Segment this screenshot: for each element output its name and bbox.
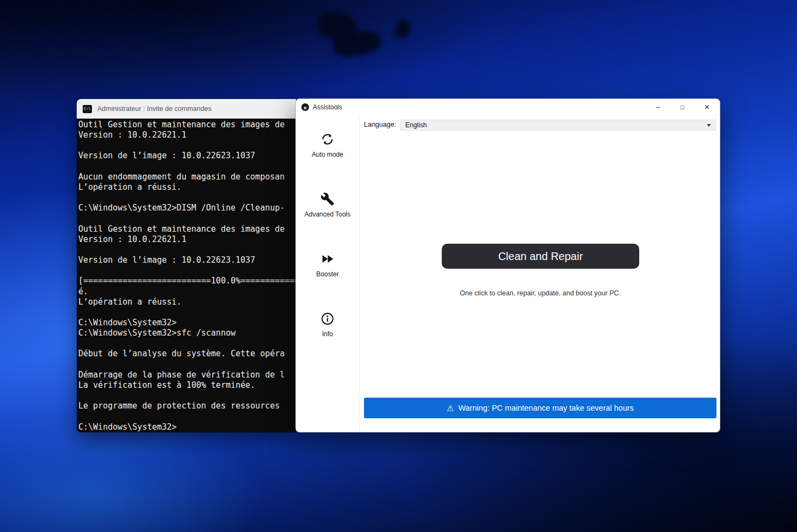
- sidebar-item-label: Advanced Tools: [305, 211, 351, 218]
- console-line: C:\Windows\System32>DISM /Online /Cleanu…: [78, 203, 296, 213]
- console-line: Outil Gestion et maintenance des images …: [78, 224, 296, 234]
- sidebar-item-info[interactable]: Info: [320, 312, 335, 338]
- console-line: [==========================100.0%=======…: [78, 276, 296, 286]
- console-line: [78, 411, 296, 422]
- assistools-logo-icon: e: [301, 103, 309, 111]
- console-line: é.: [78, 287, 296, 297]
- console-line: [78, 245, 296, 255]
- warning-icon: ⚠: [447, 404, 454, 412]
- language-value: English: [405, 121, 427, 129]
- sidebar-item-label: Info: [322, 330, 333, 338]
- sidebar-item-label: Auto mode: [312, 151, 343, 158]
- cmd-titlebar[interactable]: C:\ Administrateur : Invite de commandes: [77, 99, 296, 119]
- info-icon: [320, 312, 335, 326]
- console-line: [78, 307, 296, 318]
- console-line: [78, 360, 296, 370]
- wallpaper-mark: [392, 18, 412, 40]
- console-line: Le programme de protection des ressource…: [78, 401, 296, 411]
- close-button[interactable]: ✕: [695, 99, 719, 115]
- minimize-button[interactable]: –: [646, 99, 670, 115]
- cmd-window-title: Administrateur : Invite de commandes: [97, 105, 212, 113]
- sidebar-item-booster[interactable]: Booster: [316, 252, 338, 278]
- sync-icon: [320, 132, 335, 146]
- console-line: [78, 162, 296, 172]
- wrench-icon: [320, 192, 335, 206]
- console-line: [78, 391, 296, 401]
- language-dropdown[interactable]: English: [400, 120, 716, 131]
- assistools-window: e Assistools – □ ✕ Language: English: [295, 98, 720, 432]
- warning-text: Warning: PC maintenance may take several…: [458, 404, 634, 412]
- console-line: La vérification est à 100% terminée.: [78, 380, 296, 391]
- maximize-button[interactable]: □: [670, 99, 695, 115]
- console-output[interactable]: Outil Gestion et maintenance des images …: [77, 119, 296, 432]
- cmd-icon: C:\: [83, 105, 92, 113]
- console-line: [78, 193, 296, 203]
- language-label: Language:: [364, 121, 396, 128]
- console-line: Début de l’analyse du système. Cette opé…: [78, 349, 296, 359]
- cmd-window: C:\ Administrateur : Invite de commandes…: [77, 99, 296, 432]
- fast-forward-icon: [320, 252, 335, 266]
- sidebar-item-label: Booster: [316, 270, 338, 278]
- console-line: C:\Windows\System32>: [78, 422, 296, 432]
- sidebar: Auto mode Advanced Tools Booster: [296, 115, 360, 432]
- console-line: L’opération a réussi.: [78, 297, 296, 307]
- console-line: C:\Windows\System32>: [78, 318, 296, 328]
- window-controls: – □ ✕: [646, 99, 719, 115]
- warning-bar: ⚠ Warning: PC maintenance may take sever…: [364, 398, 716, 418]
- chevron-down-icon: [707, 124, 711, 127]
- desktop-background: C:\ Administrateur : Invite de commandes…: [0, 0, 797, 532]
- description-text: One click to clean, repair, update, and …: [360, 289, 720, 297]
- console-line: Version de l’image : 10.0.22623.1037: [78, 255, 296, 265]
- sidebar-item-auto-mode[interactable]: Auto mode: [312, 132, 343, 158]
- console-line: Version : 10.0.22621.1: [78, 234, 296, 245]
- console-line: Aucun endommagement du magasin de compos…: [78, 172, 296, 182]
- console-line: [78, 213, 296, 224]
- console-line: Démarrage de la phase de vérification de…: [78, 370, 296, 380]
- sidebar-item-advanced-tools[interactable]: Advanced Tools: [305, 192, 351, 218]
- console-line: C:\Windows\System32>sfc /scannow: [78, 328, 296, 338]
- console-line: Version : 10.0.22621.1: [78, 130, 296, 140]
- console-line: Outil Gestion et maintenance des images …: [78, 120, 296, 130]
- app-title: Assistools: [313, 103, 342, 111]
- console-line: Version de l’image : 10.0.22623.1037: [78, 151, 296, 161]
- console-line: [78, 265, 296, 276]
- console-line: [78, 140, 296, 151]
- console-line: L’opération a réussi.: [78, 182, 296, 193]
- clean-and-repair-button[interactable]: Clean and Repair: [442, 244, 639, 269]
- console-line: [78, 338, 296, 349]
